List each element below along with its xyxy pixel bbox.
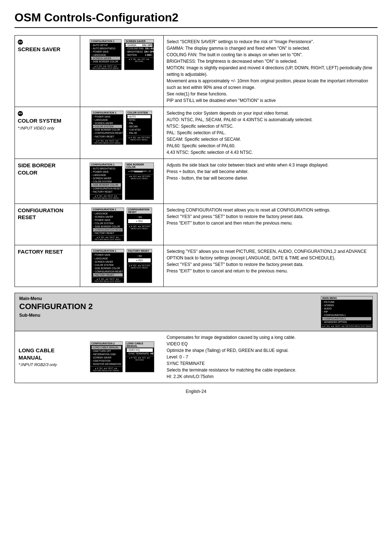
- feature-title-side-border: SIDE BORDERCOLOR: [18, 162, 77, 176]
- feature-title-config-reset: CONFIGURATIONRESET: [18, 207, 77, 221]
- table-row: LONG CABLEMANUAL *:INPUT RGB2/3 only CON…: [15, 331, 377, 383]
- table-row: AV COLOR SYSTEM *:INPUT VIDEO only CONFI…: [15, 107, 377, 159]
- submenu-section: Main-Menu CONFIGURATION 2 Sub-Menu MAIN …: [15, 293, 377, 383]
- osm-factory-reset-sub: FACTORY RESET ○NO ●YES ▲▼ SEL ◄► RETURN …: [127, 249, 152, 283]
- table-row: CONFIGURATIONRESET CONFIGURATION 1 ○LANG…: [15, 204, 377, 245]
- main-features-table: AV SCREEN SAVER CONFIGURATION 1 ○AUTO SE…: [15, 35, 377, 287]
- osm-main-menu: MAIN MENU ○PICTURE ○SCREEN ○AUDIO ○PIP ○…: [321, 296, 373, 328]
- feature-cell-color-system: AV COLOR SYSTEM *:INPUT VIDEO only: [15, 107, 80, 159]
- page-title: OSM Controls-Configuration2: [15, 11, 377, 28]
- feature-cell-config-reset: CONFIGURATIONRESET: [15, 204, 80, 245]
- feature-cell-factory-reset: FACTORY RESET: [15, 245, 80, 287]
- submenu-table: LONG CABLEMANUAL *:INPUT RGB2/3 only CON…: [15, 331, 377, 383]
- av-icon: AV: [18, 40, 23, 45]
- description-cell-factory-reset: Selecting "YES" allows you to reset PICT…: [164, 245, 377, 287]
- screen-cell-side-border: CONFIGURATION 1 ○AUTO BRIGHTNESS ○POWER …: [80, 159, 164, 204]
- main-menu-label: Main-Menu: [19, 296, 93, 301]
- osm-config-reset-sub: CONFIGURATION RESET ○NO ●YES ▲▼ SEL ◄► R…: [127, 208, 152, 242]
- osm-config2-long-cable: CONFIGURATION 2 ●LONG CABLE MANUAL ○OSM …: [90, 341, 123, 372]
- osm-config1-factory-reset: CONFIGURATION 1 ○POWER SAVE ○LANGUAGE ○S…: [91, 249, 124, 283]
- submenu-header: Main-Menu CONFIGURATION 2 Sub-Menu MAIN …: [15, 293, 377, 331]
- osm-config1-color-system: CONFIGURATION 1 ○POWER SAVE ○LANGUAGE ○S…: [91, 111, 123, 145]
- feature-title-long-cable: LONG CABLEMANUAL: [19, 347, 77, 361]
- description-cell-config-reset: Selecting CONFIGURATION reset allows you…: [164, 204, 377, 245]
- description-cell-side-border: Adjusts the side black bar color between…: [164, 159, 377, 204]
- av-icon-color-system: AV: [18, 111, 23, 116]
- submenu-title: CONFIGURATION 2: [19, 302, 93, 311]
- osm-side-border-sub: SIDE BORDER COLOR ◄ + 50: [125, 163, 154, 200]
- feature-cell-screen-saver: AV SCREEN SAVER: [15, 36, 80, 107]
- osm-config1-screen-saver: CONFIGURATION 1 ○AUTO SETUP ○AUTO BRIGHT…: [90, 39, 122, 70]
- screen-cell-color-system: CONFIGURATION 1 ○POWER SAVE ○LANGUAGE ○S…: [80, 107, 164, 159]
- osm-screen-saver-sub: SCREEN SAVER ●GAMMA ON / OFF ○COOLING FA…: [124, 39, 154, 70]
- page-container: OSM Controls-Configuration2 AV SCREEN SA…: [0, 0, 392, 409]
- description-cell-long-cable: Compensates for image degradation caused…: [164, 331, 377, 383]
- table-row: FACTORY RESET CONFIGURATION 1 ○POWER SAV…: [15, 245, 377, 287]
- feature-title-factory-reset: FACTORY RESET: [18, 248, 77, 255]
- osm-config1-config-reset: CONFIGURATION 1 ○LANGUAGE ○SCREEN SAVER …: [91, 208, 124, 242]
- osm-config1-side-border: CONFIGURATION 1 ○AUTO BRIGHTNESS ○POWER …: [90, 163, 122, 200]
- table-row: SIDE BORDERCOLOR CONFIGURATION 1 ○AUTO B…: [15, 159, 377, 204]
- osm-color-system-sub: COLOR SYSTEM ●AUTO ○NTSC ○PAL ○SECAM ○4.…: [126, 111, 152, 145]
- screen-cell-factory-reset: CONFIGURATION 1 ○POWER SAVE ○LANGUAGE ○S…: [80, 245, 164, 287]
- feature-cell-long-cable: LONG CABLEMANUAL *:INPUT RGB2/3 only: [15, 331, 80, 383]
- sub-menu-label: Sub-Menu: [19, 313, 93, 318]
- feature-cell-side-border: SIDE BORDERCOLOR: [15, 159, 80, 204]
- feature-title-screen-saver: SCREEN SAVER: [18, 46, 77, 53]
- feature-title-color-system: COLOR SYSTEM: [18, 117, 77, 124]
- feature-subtitle-long-cable: *:INPUT RGB2/3 only: [19, 362, 77, 367]
- osm-long-cable-sub: LONG CABLE MANUAL ●VIDEO EQ ○SYNC TERMIN…: [125, 341, 154, 372]
- table-row: AV SCREEN SAVER CONFIGURATION 1 ○AUTO SE…: [15, 36, 377, 107]
- description-cell-color-system: Selecting the color System depends on yo…: [164, 107, 377, 159]
- footer-text: English-24: [15, 389, 377, 394]
- feature-subtitle-color-system: *:INPUT VIDEO only: [18, 126, 77, 130]
- screen-cell-config-reset: CONFIGURATION 1 ○LANGUAGE ○SCREEN SAVER …: [80, 204, 164, 245]
- screen-cell-long-cable: CONFIGURATION 2 ●LONG CABLE MANUAL ○OSM …: [80, 331, 164, 383]
- screen-cell-screen-saver: CONFIGURATION 1 ○AUTO SETUP ○AUTO BRIGHT…: [80, 36, 164, 107]
- description-cell-screen-saver: Select "SCREEN SAVER" settings to reduce…: [164, 36, 377, 107]
